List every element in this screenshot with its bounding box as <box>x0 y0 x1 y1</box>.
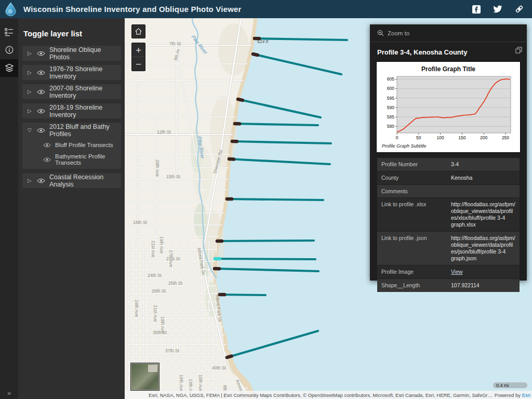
zoom-to-action[interactable]: Zoom to <box>370 24 527 42</box>
svg-text:580: 580 <box>387 124 394 129</box>
layer-label: Shoreline Oblique Photos <box>49 46 118 61</box>
social-links <box>472 5 524 14</box>
street-label: 24th St <box>148 273 162 278</box>
visibility-eye-icon[interactable] <box>37 51 45 56</box>
transect-line[interactable] <box>227 199 323 200</box>
svg-text:150: 150 <box>458 135 466 140</box>
layer-item-2007-08[interactable]: ▷ 2007-08 Shoreline Inventory <box>22 84 121 99</box>
svg-text:595: 595 <box>387 96 394 101</box>
info-icon[interactable] <box>0 41 18 59</box>
legend-icon[interactable] <box>0 23 18 41</box>
street-label: 12th St <box>157 129 171 135</box>
street-label: 40th St <box>212 365 227 370</box>
tool-strip: » <box>0 18 18 399</box>
layer-item-coastal-recession[interactable]: ▷ Coastal Recession Analysis <box>22 173 121 188</box>
street-label: 21st St <box>166 256 180 261</box>
chart-subtitle: Profile Graph Subtitle <box>382 143 517 149</box>
street-label: 7th St <box>169 41 181 46</box>
visibility-eye-icon[interactable] <box>43 157 51 162</box>
layer-list-heading: Toggle layer list <box>23 29 119 38</box>
app-title: Wisconsin Shoreline Inventory and Obliqu… <box>23 5 242 14</box>
map-view[interactable]: 7th St9th PlPike River624 ft12th StPike … <box>125 18 532 399</box>
twitter-icon[interactable] <box>493 5 502 13</box>
collapse-sidebar-button[interactable]: » <box>0 389 18 397</box>
feature-popup: Zoom to Profile 3-4, Kenosha County Prof… <box>370 24 527 281</box>
table-row: Shape__Length107.922114 <box>377 279 520 292</box>
overview-map[interactable] <box>131 363 159 390</box>
transect-anchor <box>238 99 243 100</box>
powered-by: Powered by Esri <box>495 392 532 398</box>
svg-text:0: 0 <box>396 135 398 140</box>
visibility-eye-icon[interactable] <box>37 109 45 114</box>
street-label: 15th St <box>166 174 181 179</box>
link-icon[interactable] <box>515 5 524 14</box>
visibility-eye-icon[interactable] <box>37 178 45 183</box>
layer-item-2018-19[interactable]: ▷ 2018-19 Shoreline Inventory <box>22 103 121 118</box>
table-row: CountyKenosha <box>377 171 520 184</box>
street-label: 21st Ave <box>151 241 156 258</box>
profile-graph: 580585590595600605050100150200250 <box>382 74 514 142</box>
collapse-arrow-icon[interactable]: ▽ <box>28 127 33 133</box>
street-label: 18th St <box>133 220 148 225</box>
visibility-eye-icon[interactable] <box>37 89 45 95</box>
zoom-out-button[interactable]: − <box>132 57 145 71</box>
expand-arrow-icon[interactable]: ▷ <box>28 89 33 95</box>
chart-title: Profile Graph Title <box>380 65 517 73</box>
svg-text:200: 200 <box>480 135 487 140</box>
svg-text:250: 250 <box>502 135 509 140</box>
street-label: 24th Ave <box>134 300 139 317</box>
dock-icon[interactable] <box>515 47 522 54</box>
layer-label: 2012 Bluff and Bathy Profiles <box>49 123 118 138</box>
zoom-to-icon <box>377 30 384 36</box>
layer-label: Coastal Recession Analysis <box>49 174 118 188</box>
profile-image-view-link[interactable]: View <box>450 265 520 278</box>
facebook-icon[interactable] <box>472 5 481 14</box>
sublayer-bathymetric-profile-transects[interactable]: Bathymetric Profile Transects <box>22 152 121 167</box>
street-label: 21st Ave <box>153 305 158 322</box>
layers-icon[interactable] <box>0 59 18 77</box>
layer-item-1976-78[interactable]: ▷ 1976-78 Shoreline Inventory <box>22 65 121 80</box>
home-button[interactable] <box>131 24 145 38</box>
scale-bar: 0.4 mi <box>493 382 528 389</box>
svg-text:585: 585 <box>387 114 394 119</box>
app-logo-droplet-icon <box>5 2 17 16</box>
layer-label: 2007-08 Shoreline Inventory <box>49 85 118 99</box>
street-label: 26th St <box>152 288 166 294</box>
transect-line[interactable] <box>217 241 314 241</box>
street-label: 20th Ave <box>155 159 160 177</box>
profile-chart-card: Profile Graph Title 58058559059560060505… <box>376 61 521 153</box>
sublayer-label: Bluff Profile Transects <box>55 142 113 148</box>
transect-line-selected[interactable] <box>215 259 315 259</box>
street-label: 35th St <box>153 330 167 335</box>
layer-item-2012-bluff-bathy[interactable]: ▽ 2012 Bluff and Bathy Profiles Bluff Pr… <box>22 123 121 169</box>
layer-label: 2018-19 Shoreline Inventory <box>49 104 118 118</box>
expand-arrow-icon[interactable]: ▷ <box>28 178 33 183</box>
expand-arrow-icon[interactable]: ▷ <box>28 108 33 114</box>
zoom-controls: + − <box>131 43 145 71</box>
visibility-eye-icon[interactable] <box>37 70 45 75</box>
table-row: Comments <box>377 185 520 197</box>
expand-arrow-icon[interactable]: ▷ <box>28 50 33 56</box>
overview-extent-box <box>148 365 157 372</box>
svg-text:600: 600 <box>387 86 394 91</box>
attribution-text: Esri, NASA, NGA, USGS, FEMA | Esri Commu… <box>125 392 495 398</box>
sublayer-bluff-profile-transects[interactable]: Bluff Profile Transects <box>22 138 121 152</box>
transect-line[interactable] <box>235 124 318 125</box>
visibility-eye-icon[interactable] <box>37 128 45 133</box>
layer-item-shoreline-oblique-photos[interactable]: ▷ Shoreline Oblique Photos <box>22 46 121 61</box>
svg-text:100: 100 <box>436 135 444 140</box>
expand-arrow-icon[interactable]: ▷ <box>28 70 33 75</box>
app-header: Wisconsin Shoreline Inventory and Obliqu… <box>0 0 532 18</box>
table-row: Link to profile .jsonhttp://floodatlas.o… <box>377 232 520 265</box>
transect-line[interactable] <box>220 295 265 295</box>
zoom-in-button[interactable]: + <box>132 43 145 57</box>
street-label: 10th Ave <box>198 375 203 392</box>
esri-link[interactable]: Esri <box>522 392 530 398</box>
street-label: 25th St <box>168 281 183 286</box>
visibility-eye-icon[interactable] <box>43 143 51 148</box>
transect-line[interactable] <box>255 38 347 40</box>
layer-label: 1976-78 Shoreline Inventory <box>49 65 118 80</box>
sublayer-label: Bathymetric Profile Transects <box>55 153 121 166</box>
app: { "header": { "title": "Wisconsin Shorel… <box>0 0 532 399</box>
popup-titlebar: Profile 3-4, Kenosha County <box>370 42 527 60</box>
